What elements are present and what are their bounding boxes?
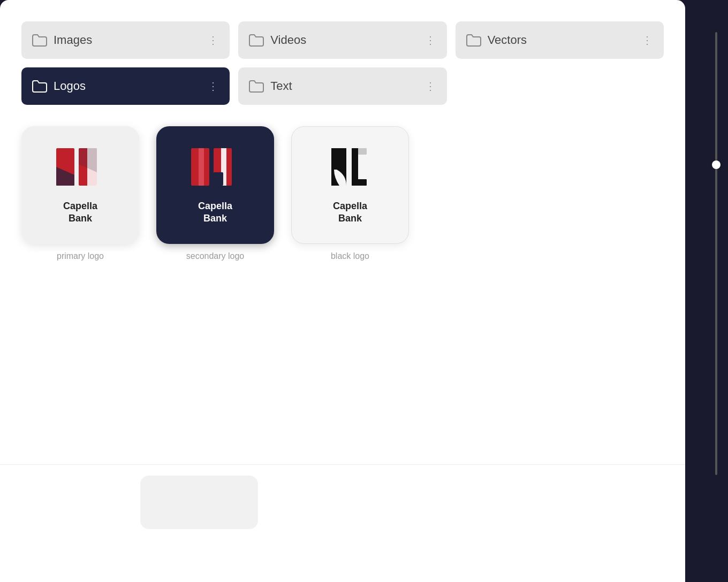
folder-icon-logos <box>32 80 47 93</box>
logo-card-secondary[interactable]: CapellaBank <box>156 126 274 244</box>
folder-logos-menu[interactable]: ⋮ <box>208 81 219 91</box>
scrollbar-track <box>715 32 717 475</box>
logos-section: CapellaBank primary logo Cap <box>21 126 664 261</box>
logo-primary-name: CapellaBank <box>63 200 97 225</box>
logo-primary-caption: primary logo <box>57 251 104 261</box>
folder-icon-images <box>32 34 47 47</box>
logo-black-caption: black logo <box>331 251 369 261</box>
logo-primary-wrapper: CapellaBank primary logo <box>21 126 139 261</box>
svg-marker-13 <box>358 148 367 155</box>
folder-videos-label: Videos <box>270 33 306 47</box>
logo-card-primary[interactable]: CapellaBank <box>21 126 139 244</box>
scrollbar-thumb[interactable] <box>712 160 721 169</box>
logo-black-svg <box>321 146 380 194</box>
logo-secondary-svg <box>186 146 245 194</box>
folder-text[interactable]: Text ⋮ <box>238 67 446 105</box>
logo-secondary-caption: secondary logo <box>186 251 245 261</box>
folder-text-label: Text <box>270 79 292 93</box>
logo-black-wrapper: CapellaBank black logo <box>291 126 409 261</box>
folder-logos[interactable]: Logos ⋮ <box>21 67 230 105</box>
folders-row1: Images ⋮ Videos ⋮ Vectors ⋮ <box>21 21 664 59</box>
folder-images[interactable]: Images ⋮ <box>21 21 230 59</box>
folders-row2: Logos ⋮ Text ⋮ <box>21 67 664 105</box>
main-panel: Images ⋮ Videos ⋮ Vectors ⋮ <box>0 0 685 475</box>
folder-vectors[interactable]: Vectors ⋮ <box>456 21 664 59</box>
folder-vectors-label: Vectors <box>488 33 527 47</box>
bottom-area <box>0 464 685 582</box>
folder-images-menu[interactable]: ⋮ <box>208 35 219 45</box>
folder-icon-text <box>249 80 264 93</box>
logo-card-black[interactable]: CapellaBank <box>291 126 409 244</box>
logo-primary-svg <box>51 146 110 194</box>
folder-text-menu[interactable]: ⋮ <box>425 81 436 91</box>
folder-images-label: Images <box>54 33 92 47</box>
logo-secondary-name: CapellaBank <box>198 200 232 225</box>
logo-black-name: CapellaBank <box>333 200 367 225</box>
folder-icon-vectors <box>466 34 481 47</box>
svg-rect-12 <box>352 179 367 186</box>
folder-videos-menu[interactable]: ⋮ <box>425 35 436 45</box>
folder-icon-videos <box>249 34 264 47</box>
folder-logos-label: Logos <box>54 79 86 93</box>
svg-rect-9 <box>214 172 223 186</box>
folder-vectors-menu[interactable]: ⋮ <box>642 35 653 45</box>
ghost-card <box>140 476 258 529</box>
svg-rect-6 <box>199 148 204 186</box>
logo-secondary-wrapper: CapellaBank secondary logo <box>156 126 274 261</box>
folder-videos[interactable]: Videos ⋮ <box>238 21 446 59</box>
